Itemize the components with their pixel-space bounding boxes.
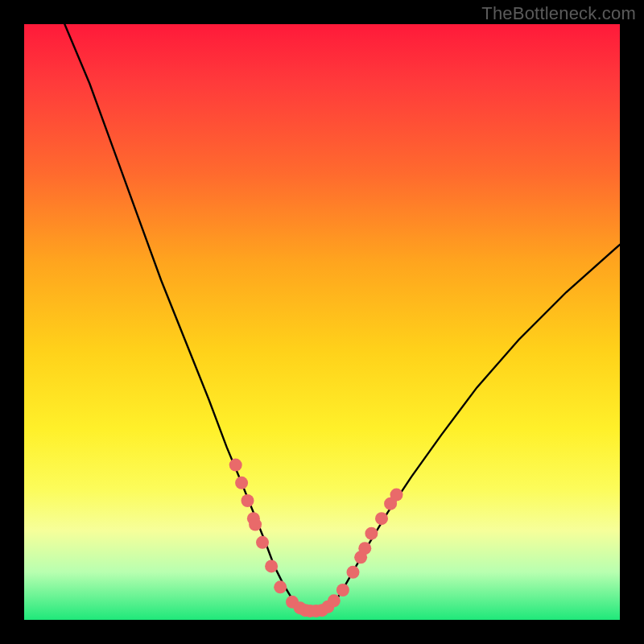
marker-dot — [229, 459, 242, 472]
marker-dot — [249, 518, 262, 531]
marker-dot — [242, 494, 254, 507]
marker-dot — [346, 566, 359, 579]
marker-dot — [256, 536, 269, 549]
marker-dot — [390, 489, 403, 502]
chart-plot-area — [24, 24, 620, 620]
marker-dot — [328, 594, 341, 607]
marker-dot — [235, 477, 248, 489]
marker-dot — [375, 512, 388, 525]
marker-dot — [365, 527, 378, 540]
chart-svg — [24, 24, 620, 620]
marker-dot — [336, 584, 349, 597]
watermark-text: TheBottleneck.com — [481, 3, 636, 24]
chart-frame: TheBottleneck.com — [0, 0, 644, 644]
marker-dot — [274, 580, 287, 593]
bottleneck-curve — [64, 24, 620, 611]
marker-dot — [358, 542, 371, 555]
marker-dot — [265, 559, 278, 572]
marker-dots-group — [229, 459, 403, 617]
